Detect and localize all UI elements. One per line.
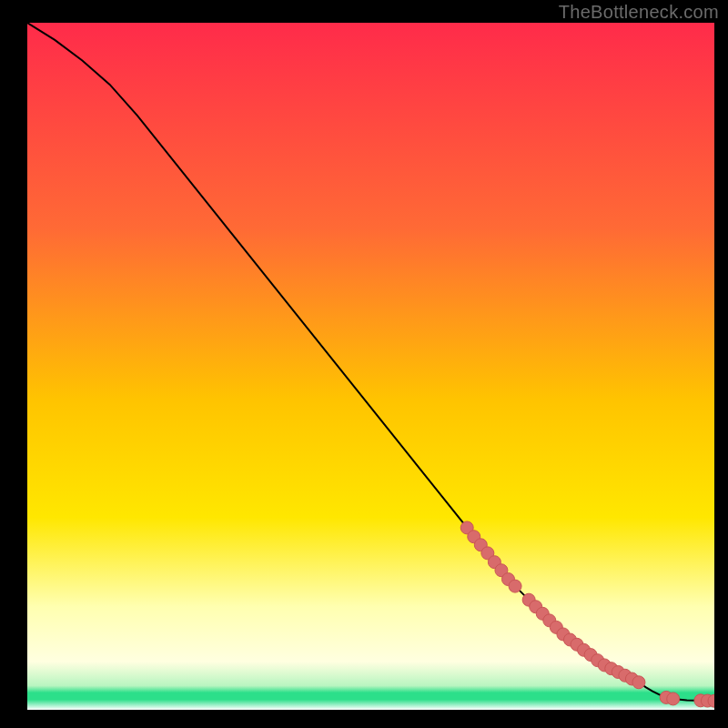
watermark-text: TheBottleneck.com [559,2,719,23]
gradient-backdrop [27,23,714,710]
data-marker [509,580,521,592]
chart-svg [27,23,714,710]
data-marker [632,676,645,689]
chart-frame: TheBottleneck.com [0,0,728,728]
data-marker [667,693,680,705]
plot-area [27,23,714,710]
